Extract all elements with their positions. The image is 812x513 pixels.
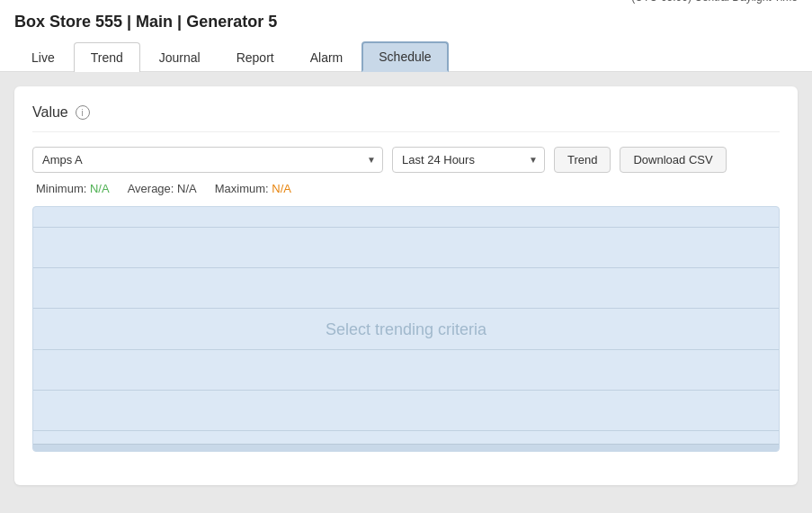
info-icon[interactable]: i	[76, 105, 90, 120]
minimum-label: Minimum: N/A	[36, 182, 110, 195]
tab-journal[interactable]: Journal	[142, 42, 218, 72]
chart-grid-line	[33, 349, 779, 350]
top-bar: (UTC-05:00) Central Daylight Time Box St…	[0, 0, 812, 72]
tab-bar: Live Trend Journal Report Alarm Schedule	[14, 40, 798, 71]
maximum-label: Maximum: N/A	[215, 182, 291, 195]
chart-scrollbar[interactable]	[33, 444, 779, 451]
chart-grid-line	[33, 227, 779, 228]
average-label: Average: N/A	[128, 182, 197, 195]
chart-grid	[33, 207, 779, 451]
minimum-label-text: Minimum:	[36, 182, 86, 195]
amps-select-wrapper: Amps A ▼	[32, 147, 383, 173]
maximum-label-text: Maximum:	[215, 182, 269, 195]
timezone-display: (UTC-05:00) Central Daylight Time	[631, 0, 798, 4]
value-label: Value	[32, 104, 68, 121]
average-label-text: Average:	[128, 182, 174, 195]
minimum-value: N/A	[90, 182, 110, 195]
page-title: Box Store 555 | Main | Generator 5	[14, 13, 798, 32]
chart-grid-line	[33, 267, 779, 268]
value-header: Value i	[32, 104, 780, 132]
tab-live[interactable]: Live	[14, 42, 72, 72]
trend-button[interactable]: Trend	[554, 147, 611, 173]
controls-row: Amps A ▼ Last 24 Hours ▼ Trend Download …	[32, 147, 780, 173]
main-content: Value i Amps A ▼ Last 24 Hours ▼ Trend D…	[0, 72, 812, 500]
average-value: N/A	[177, 182, 197, 195]
stats-row: Minimum: N/A Average: N/A Maximum: N/A	[32, 182, 780, 195]
maximum-value: N/A	[272, 182, 291, 195]
tab-schedule[interactable]: Schedule	[361, 41, 448, 72]
time-select-wrapper: Last 24 Hours ▼	[392, 147, 545, 173]
chart-grid-line	[33, 430, 779, 431]
tab-alarm[interactable]: Alarm	[293, 42, 361, 72]
content-card: Value i Amps A ▼ Last 24 Hours ▼ Trend D…	[14, 86, 798, 485]
time-range-select[interactable]: Last 24 Hours	[392, 147, 545, 173]
chart-grid-line	[33, 308, 779, 309]
download-csv-button[interactable]: Download CSV	[620, 147, 726, 173]
chart-area: Select trending criteria	[32, 206, 780, 452]
tab-trend[interactable]: Trend	[74, 42, 140, 72]
chart-grid-line	[33, 390, 779, 391]
tab-report[interactable]: Report	[219, 42, 291, 72]
amps-select[interactable]: Amps A	[32, 147, 383, 173]
